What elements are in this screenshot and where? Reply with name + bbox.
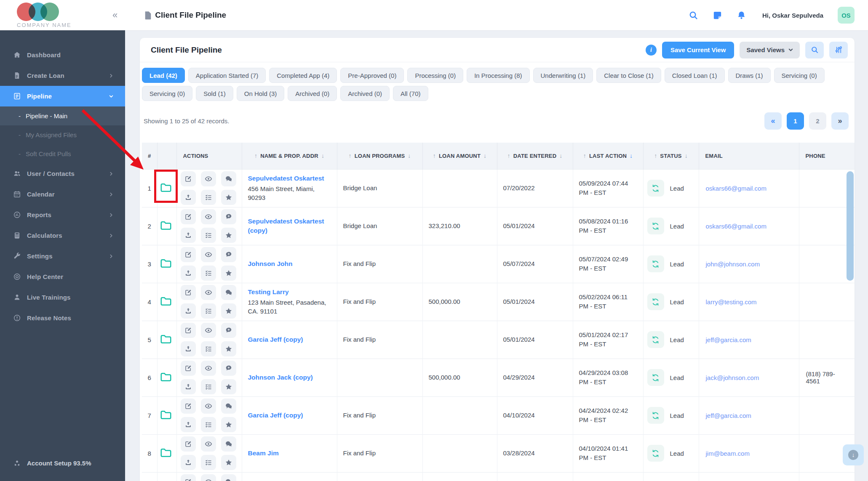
edit-button[interactable]: [181, 209, 196, 224]
sort-down-icon[interactable]: ↓: [559, 152, 562, 159]
email-cell[interactable]: jeff@garcia.com: [699, 396, 799, 434]
client-name-link[interactable]: Johnson John: [248, 260, 293, 267]
pagination-last-button[interactable]: »: [831, 112, 849, 130]
tab-on-hold-3[interactable]: On Hold (3): [237, 86, 285, 101]
sort-up-icon[interactable]: ↑: [507, 152, 510, 159]
sidebar-item-create-loan[interactable]: Create Loan: [0, 65, 125, 86]
sidebar-item-live-trainings[interactable]: Live Trainings: [0, 287, 125, 308]
chat-button[interactable]: [221, 323, 236, 338]
upload-button[interactable]: [181, 228, 196, 243]
tab-servicing-0[interactable]: Servicing (0): [774, 68, 825, 83]
sort-up-icon[interactable]: ↑: [348, 152, 351, 159]
email-cell[interactable]: jack@johnson.com: [699, 359, 799, 396]
sidebar-item-account-setup[interactable]: Account Setup 93.5%: [0, 453, 125, 473]
scroll-to-bottom-button[interactable]: ↓: [843, 444, 864, 465]
open-file-folder-button[interactable]: [160, 446, 174, 459]
sidebar-item-user-contacts[interactable]: User / Contacts: [0, 163, 125, 184]
tab-pre-approved-0[interactable]: Pre-Approved (0): [340, 68, 404, 83]
status-sync-button[interactable]: [647, 180, 664, 197]
open-file-folder-button[interactable]: [160, 295, 174, 308]
tasks-button[interactable]: [201, 303, 216, 319]
sidebar-item-settings[interactable]: Settings: [0, 246, 125, 266]
column-header-date-entered[interactable]: ↑DATE ENTERED↓: [497, 143, 573, 169]
tab-all-70[interactable]: All (70): [393, 86, 428, 101]
upload-button[interactable]: [181, 266, 196, 281]
sort-up-icon[interactable]: ↑: [254, 152, 257, 159]
sort-down-icon[interactable]: ↓: [630, 152, 633, 159]
sidebar-item-pipeline[interactable]: Pipeline: [0, 86, 125, 106]
favorite-button[interactable]: [221, 341, 236, 356]
favorite-button[interactable]: [221, 303, 236, 319]
sidebar-item-reports[interactable]: Reports: [0, 205, 125, 225]
favorite-button[interactable]: [221, 455, 236, 470]
view-button[interactable]: [201, 436, 216, 452]
edit-button[interactable]: [181, 436, 196, 452]
client-name-link[interactable]: Sepulvedatest Oskartest (copy): [248, 218, 324, 234]
filter-columns-button[interactable]: [829, 42, 848, 58]
tasks-button[interactable]: [201, 266, 216, 281]
sidebar-item-calendar[interactable]: Calendar: [0, 184, 125, 205]
edit-button[interactable]: [181, 171, 196, 186]
favorite-button[interactable]: [221, 228, 236, 243]
open-file-folder-button[interactable]: [160, 219, 174, 232]
open-file-folder-button[interactable]: [160, 371, 174, 383]
view-button[interactable]: [201, 247, 216, 262]
tasks-button[interactable]: [201, 341, 216, 356]
tab-completed-app-4[interactable]: Completed App (4): [269, 68, 337, 83]
table-search-button[interactable]: [805, 42, 824, 58]
open-file-folder-button[interactable]: [160, 409, 174, 421]
view-button[interactable]: [201, 285, 216, 300]
tab-application-started-7[interactable]: Application Started (7): [188, 68, 266, 83]
client-name-link[interactable]: Garcia Jeff (copy): [248, 412, 303, 419]
tab-processing-0[interactable]: Processing (0): [407, 68, 463, 83]
sort-down-icon[interactable]: ↓: [321, 152, 324, 159]
avatar[interactable]: OS: [838, 7, 855, 24]
upload-button[interactable]: [181, 455, 196, 470]
sort-down-icon[interactable]: ↓: [483, 152, 486, 159]
tab-draws-1[interactable]: Draws (1): [728, 68, 771, 83]
tasks-button[interactable]: [201, 455, 216, 470]
pagination-first-button[interactable]: «: [764, 112, 782, 130]
view-button[interactable]: [201, 399, 216, 414]
saved-views-dropdown[interactable]: Saved Views: [740, 42, 800, 58]
upload-button[interactable]: [181, 190, 196, 205]
tab-closed-loan-1[interactable]: Closed Loan (1): [665, 68, 725, 83]
tab-archived-0[interactable]: Archived (0): [288, 86, 337, 101]
tab-lead-42[interactable]: Lead (42): [142, 68, 185, 83]
sort-up-icon[interactable]: ↑: [654, 152, 657, 159]
bell-icon[interactable]: [737, 11, 746, 20]
table-scrollbar[interactable]: [847, 171, 854, 281]
chat-button[interactable]: [221, 285, 236, 300]
status-sync-button[interactable]: [647, 293, 664, 310]
chat-button[interactable]: [221, 209, 236, 224]
view-button[interactable]: [201, 171, 216, 186]
edit-button[interactable]: [181, 247, 196, 262]
sidebar-item-soft-credit-pulls[interactable]: -Soft Credit Pulls: [0, 144, 125, 163]
sort-down-icon[interactable]: ↓: [685, 152, 688, 159]
status-sync-button[interactable]: [647, 218, 664, 234]
open-file-folder-button[interactable]: [160, 181, 174, 194]
upload-button[interactable]: [181, 341, 196, 356]
column-header-loan-programs[interactable]: ↑LOAN PROGRAMS↓: [337, 143, 422, 169]
tab-in-processing-8[interactable]: In Processing (8): [467, 68, 529, 83]
edit-button[interactable]: [181, 361, 196, 376]
tab-underwriting-1[interactable]: Underwriting (1): [533, 68, 593, 83]
status-sync-button[interactable]: [647, 445, 664, 462]
tab-archived-0[interactable]: Archived (0): [340, 86, 390, 101]
client-name-link[interactable]: Johnson Jack (copy): [248, 374, 313, 381]
sort-down-icon[interactable]: ↓: [408, 152, 411, 159]
sort-up-icon[interactable]: ↑: [583, 152, 586, 159]
edit-button[interactable]: [181, 323, 196, 338]
view-button[interactable]: [201, 474, 216, 481]
tab-sold-1[interactable]: Sold (1): [196, 86, 233, 101]
note-icon[interactable]: [713, 11, 722, 20]
status-sync-button[interactable]: [647, 407, 664, 424]
tasks-button[interactable]: [201, 379, 216, 394]
search-icon[interactable]: [689, 11, 698, 20]
email-cell[interactable]: oskars66@gmail.com: [699, 207, 799, 245]
status-sync-button[interactable]: [647, 331, 664, 348]
sidebar-item-help-center[interactable]: Help Center: [0, 266, 125, 287]
client-name-link[interactable]: Beam Jim: [248, 449, 279, 457]
chat-button[interactable]: [221, 361, 236, 376]
sidebar-item-my-assigned-files[interactable]: -My Assigned Files: [0, 125, 125, 144]
